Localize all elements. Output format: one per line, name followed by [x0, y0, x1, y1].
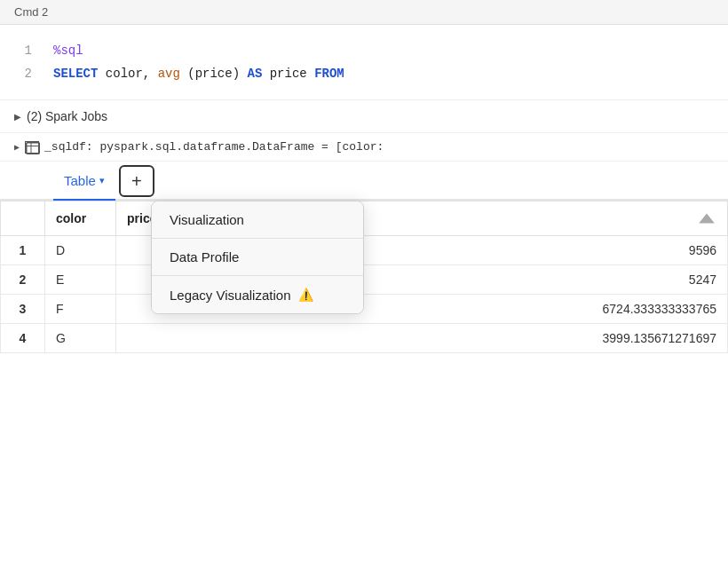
table-tab-label: Table	[64, 173, 96, 188]
data-table-container: color price 1 D 9596 2 E 5247	[0, 201, 728, 353]
th-rownum	[1, 201, 45, 236]
row-4-color: G	[45, 324, 116, 353]
sqldf-label: _sqldf: pyspark.sql.dataframe.DataFrame …	[44, 140, 384, 154]
code-avg-fn: avg	[158, 67, 180, 81]
table-row: 3 F 6724.333333333765	[1, 295, 728, 324]
data-table: color price 1 D 9596 2 E 5247	[0, 201, 728, 353]
table-icon	[25, 141, 39, 154]
row-3-color: F	[45, 295, 116, 324]
visualization-option[interactable]: Visualization	[152, 201, 363, 238]
row-1-color: D	[45, 236, 116, 265]
code-editor: 1 %sql 2 SELECT color, avg (price) AS pr…	[0, 25, 728, 100]
code-line-1: 1 %sql	[0, 39, 728, 62]
sort-ascending-button[interactable]	[697, 209, 716, 228]
add-tab-dropdown: Visualization Data Profile Legacy Visual…	[151, 201, 364, 314]
svg-rect-0	[27, 142, 40, 154]
legacy-visualization-label: Legacy Visualization	[170, 288, 290, 303]
spark-jobs-row[interactable]: ▶ (2) Spark Jobs	[0, 100, 728, 133]
legacy-visualization-option[interactable]: Legacy Visualization ⚠️	[152, 276, 363, 313]
code-sql-keyword: %sql	[53, 43, 83, 58]
visualization-label: Visualization	[170, 212, 244, 227]
th-color: color	[45, 201, 116, 236]
data-profile-option[interactable]: Data Profile	[152, 239, 363, 275]
table-row: 1 D 9596	[1, 236, 728, 265]
tab-chevron-icon: ▾	[99, 175, 105, 186]
code-plain-1: color,	[106, 67, 158, 81]
row-2-color: E	[45, 265, 116, 295]
table-row: 2 E 5247	[1, 265, 728, 295]
code-as-keyword: AS	[247, 67, 262, 81]
table-tab[interactable]: Table ▾	[53, 162, 115, 201]
code-from-keyword: FROM	[314, 67, 344, 81]
cmd-number: 2	[42, 5, 48, 19]
code-content-2: SELECT color, avg (price) AS price FROM	[53, 64, 344, 83]
line-number-2: 2	[0, 64, 53, 83]
sqldf-triangle-icon: ▶	[14, 142, 20, 153]
code-line-2: 2 SELECT color, avg (price) AS price FRO…	[0, 62, 728, 85]
warning-icon: ⚠️	[297, 287, 313, 303]
cmd-label: Cmd	[14, 5, 38, 19]
sqldf-row[interactable]: ▶ _sqldf: pyspark.sql.dataframe.DataFram…	[0, 133, 728, 162]
row-2-num: 2	[1, 265, 45, 295]
table-body: 1 D 9596 2 E 5247 3 F 6724.333333333765 …	[1, 236, 728, 353]
row-4-num: 4	[1, 324, 45, 353]
th-color-label: color	[56, 211, 86, 225]
code-plain-2: (price)	[187, 67, 247, 81]
data-profile-label: Data Profile	[170, 249, 239, 264]
row-3-num: 3	[1, 295, 45, 324]
tab-section: Table ▾ + Visualization Data Profile Leg…	[0, 162, 728, 201]
code-plain-3: price	[270, 67, 314, 81]
spark-triangle-icon: ▶	[14, 112, 21, 122]
row-1-num: 1	[1, 236, 45, 265]
add-tab-button[interactable]: +	[119, 165, 154, 197]
tab-bar: Table ▾ +	[0, 162, 728, 201]
line-number-1: 1	[0, 41, 53, 60]
spark-jobs-label: (2) Spark Jobs	[27, 109, 107, 123]
row-4-price: 3999.135671271697	[116, 324, 728, 353]
table-header-row: color price	[1, 201, 728, 236]
table-row: 4 G 3999.135671271697	[1, 324, 728, 353]
code-select-keyword: SELECT	[53, 67, 98, 81]
top-bar: Cmd 2	[0, 0, 728, 25]
code-content-1: %sql	[53, 41, 83, 60]
